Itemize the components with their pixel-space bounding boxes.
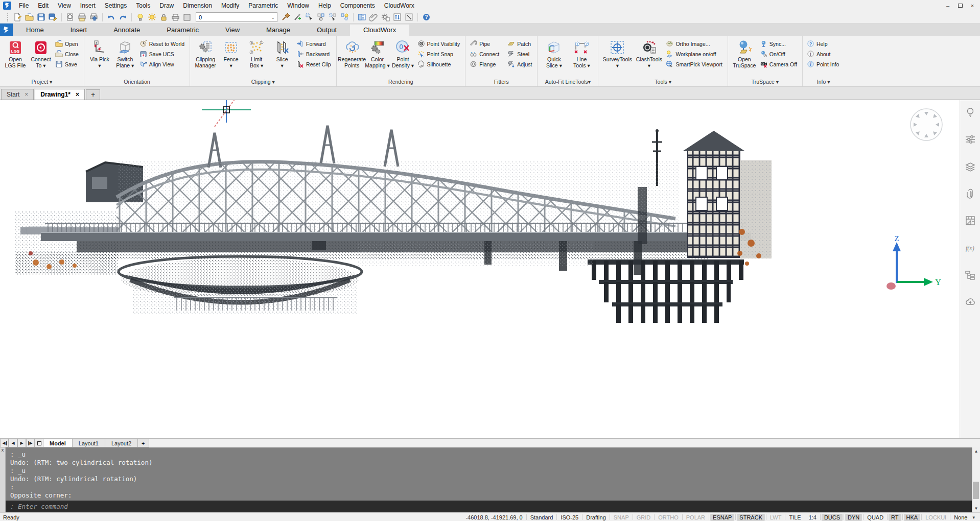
layer-plot-icon[interactable]	[170, 12, 181, 22]
reset-to-world-button[interactable]: Reset to World	[138, 39, 186, 48]
help-icon[interactable]: ?	[421, 12, 432, 22]
menu-window[interactable]: Window	[283, 1, 314, 11]
command-scrollbar[interactable]: ▲ ▼	[972, 447, 980, 512]
command-input[interactable]: : Enter command	[0, 501, 980, 512]
plot-preview-icon[interactable]	[65, 12, 76, 22]
show-entities-icon[interactable]	[339, 12, 350, 22]
tab-parametric[interactable]: Parametric	[153, 25, 212, 36]
command-history[interactable]: : _u Undo: (RTM: two-cylindrical rotatio…	[0, 447, 980, 501]
tips-bulb-icon[interactable]	[964, 106, 976, 119]
status-hka[interactable]: HKA	[904, 514, 921, 521]
group-label-clipping[interactable]: Clipping ▾	[190, 78, 336, 86]
project-save-button[interactable]: Save	[54, 60, 81, 68]
cloud-upload-icon[interactable]	[964, 296, 976, 308]
doc-tab-drawing1[interactable]: Drawing1* ×	[35, 89, 85, 100]
toolbar-grip[interactable]	[7, 13, 9, 21]
redo-icon[interactable]	[118, 12, 128, 22]
menu-components[interactable]: Components	[336, 1, 380, 11]
doc-tab-start[interactable]: Start ×	[1, 89, 34, 100]
maximize-viewport-icon[interactable]	[404, 12, 414, 22]
regenerate-points-button[interactable]: Regenerate Points	[340, 38, 364, 68]
minimize-button[interactable]: –	[942, 1, 953, 10]
clip-forward-button[interactable]: Forward	[295, 39, 333, 48]
status-style[interactable]: Standard	[528, 514, 556, 521]
status-ortho[interactable]: ORTHO	[656, 514, 681, 521]
fence-button[interactable]: Fence ▾	[219, 38, 243, 68]
status-ducs[interactable]: DUCS	[822, 514, 843, 521]
group-label-info[interactable]: Info ▾	[803, 78, 844, 86]
layer-on-icon[interactable]	[135, 12, 146, 22]
save-icon[interactable]	[36, 12, 46, 22]
scroll-up-icon[interactable]: ▲	[974, 447, 978, 455]
surveytools-button[interactable]: SurveyTools ▾	[601, 38, 633, 68]
smartpick-viewport-button[interactable]: SmartPick Viewport	[665, 60, 724, 68]
tab-cloudworx[interactable]: CloudWorx	[350, 25, 409, 36]
status-rt[interactable]: RT	[889, 514, 901, 521]
layer-select[interactable]: 0 ⌄	[196, 12, 277, 22]
status-dimstyle[interactable]: ISO-25	[558, 514, 581, 521]
silhouette-button[interactable]: Silhouette	[416, 60, 462, 68]
maximize-button[interactable]	[954, 1, 966, 10]
line-tools-button[interactable]: 12 Line Tools ▾	[568, 38, 595, 68]
fit-pipe-button[interactable]: Pipe	[469, 39, 501, 48]
status-strack[interactable]: STRACK	[737, 514, 765, 521]
select-entities-icon[interactable]	[304, 12, 315, 22]
truspace-sync-button[interactable]: Sync...	[759, 39, 799, 48]
clipping-manager-button[interactable]: Clipping Manager	[193, 38, 218, 68]
scrollbar-thumb[interactable]	[973, 482, 979, 499]
status-grid[interactable]: GRID	[634, 514, 654, 521]
last-layout-button[interactable]: ▶	[26, 439, 35, 447]
menu-draw[interactable]: Draw	[155, 1, 178, 11]
menu-modify[interactable]: Modify	[217, 1, 244, 11]
menu-cloudworx[interactable]: CloudWorx	[380, 1, 419, 11]
first-layout-button[interactable]: ◀	[0, 439, 9, 447]
project-open-button[interactable]: Open	[54, 39, 81, 48]
group-label-tools[interactable]: Tools ▾	[598, 78, 727, 86]
copy-properties-icon[interactable]	[292, 12, 303, 22]
attach-icon[interactable]	[368, 12, 379, 22]
layout1-tab[interactable]: Layout1	[73, 439, 105, 447]
print-icon[interactable]	[77, 12, 87, 22]
fields-fx-icon[interactable]: f(x)	[964, 242, 976, 254]
structure-tree-icon[interactable]	[964, 269, 976, 281]
point-info-button[interactable]: i Point Info	[806, 60, 841, 68]
connect-to-button[interactable]: Connect To ▾	[29, 38, 53, 68]
panels-icon[interactable]	[357, 12, 367, 22]
tab-view[interactable]: View	[212, 25, 253, 36]
undo-icon[interactable]	[106, 12, 116, 22]
clashtools-button[interactable]: ClashTools ▾	[634, 38, 664, 68]
point-visibility-button[interactable]: Point Visibility	[416, 39, 462, 48]
save-ucs-button[interactable]: Save UCS	[138, 50, 186, 58]
attachments-clip-icon[interactable]	[964, 187, 976, 200]
menu-view[interactable]: View	[53, 1, 76, 11]
menu-dimension[interactable]: Dimension	[178, 1, 217, 11]
workplane-onoff-button[interactable]: Workplane on/off	[665, 50, 724, 58]
model-tab[interactable]: Model	[43, 439, 73, 447]
menu-tools[interactable]: Tools	[131, 1, 155, 11]
close-tab-icon[interactable]: ×	[76, 91, 79, 98]
status-dropdown-icon[interactable]: ▾	[970, 515, 977, 520]
layers-icon[interactable]	[964, 160, 976, 173]
open-truspace-button[interactable]: Open TruSpace	[731, 38, 758, 68]
fit-flange-button[interactable]: Flange	[469, 60, 501, 68]
new-file-icon[interactable]	[12, 12, 23, 22]
ortho-image-button[interactable]: Ortho Image...	[665, 39, 724, 48]
properties-sliders-icon[interactable]	[964, 133, 976, 146]
tab-insert[interactable]: Insert	[57, 25, 101, 36]
layout2-tab[interactable]: Layout2	[105, 439, 138, 447]
status-annotation[interactable]: None	[951, 514, 970, 521]
quick-slice-button[interactable]: Quick Slice ▾	[541, 38, 567, 68]
save-as-icon[interactable]	[48, 12, 58, 22]
fit-adjust-button[interactable]: Adjust	[506, 60, 534, 68]
sheet-set-icon[interactable]	[964, 215, 976, 227]
menu-settings[interactable]: Settings	[100, 1, 131, 11]
cw-about-button[interactable]: ! About	[806, 50, 841, 58]
point-density-button[interactable]: 0 Point Density ▾	[391, 38, 415, 68]
truspace-onoff-button[interactable]: On/Off	[759, 50, 799, 58]
limit-box-button[interactable]: 312 Limit Box ▾	[244, 38, 269, 68]
open-file-icon[interactable]	[24, 12, 35, 22]
align-view-button[interactable]: Align View	[138, 60, 186, 68]
status-lwt[interactable]: LWT	[767, 514, 784, 521]
new-drawing-tab-button[interactable]: +	[86, 89, 100, 100]
isolate-entities-icon[interactable]	[316, 12, 326, 22]
